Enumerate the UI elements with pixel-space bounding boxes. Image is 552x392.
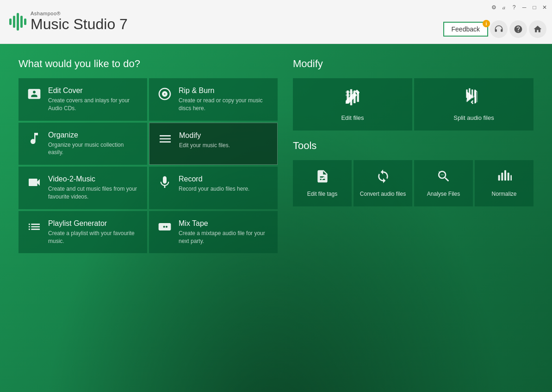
mix-tape-icon [156,219,173,237]
playlist-generator-icon [26,219,43,237]
edit-files-icon [343,87,362,110]
svg-rect-10 [469,88,470,99]
normalize-label: Normalize [491,191,516,198]
split-audio-label: Split audio files [453,114,494,121]
tool-card-analyse-files[interactable]: Analyse Files [414,160,473,206]
right-section: Modify Edit files [293,58,533,206]
menu-card-modify[interactable]: Modify Edit your music files. [149,123,278,165]
playlist-generator-title: Playlist Generator [48,219,140,228]
organize-desc: Organize your music collection easily. [48,141,140,157]
maximize-icon[interactable]: □ [531,4,538,11]
window-controls: ⚙ 𝑎 ? ─ □ ✕ [490,4,548,11]
svg-rect-2 [17,13,19,31]
mix-tape-desc: Create a mixtape audio file for your nex… [179,230,270,245]
organize-text: Organize Organize your music collection … [48,131,140,157]
organize-title: Organize [48,131,140,139]
svg-rect-3 [20,16,23,28]
record-icon [156,175,173,193]
menu-card-mix-tape[interactable]: Mix Tape Create a mixtape audio file for… [149,211,278,254]
feedback-badge: i [483,20,490,27]
tools-section-title: Tools [293,140,533,152]
svg-rect-16 [504,170,506,180]
headset-button[interactable] [490,20,508,38]
app-title: Ashampoo® Music Studio 7 [31,11,128,32]
record-title: Record [179,175,249,183]
tool-card-normalize[interactable]: Normalize [475,160,533,206]
playlist-generator-desc: Create a playlist with your favourite mu… [48,230,140,245]
mix-tape-text: Mix Tape Create a mixtape audio file for… [179,219,270,245]
svg-rect-0 [9,19,12,25]
edit-cover-text: Edit Cover Create covers and inlays for … [48,87,140,112]
svg-rect-11 [471,89,473,98]
modify-title: Modify [179,131,230,140]
main-content: What would you like to do? Edit Cover Cr… [0,44,552,392]
svg-rect-9 [466,89,467,98]
svg-rect-18 [510,175,512,180]
feedback-label: Feedback [452,25,480,33]
svg-rect-1 [13,16,15,28]
svg-rect-4 [24,19,26,25]
split-audio-icon [465,87,483,110]
user-icon[interactable]: 𝑎 [500,4,508,11]
menu-card-playlist-generator[interactable]: Playlist Generator Create a playlist wit… [19,211,147,254]
menu-card-record[interactable]: Record Record your audio files here. [149,167,278,209]
rip-burn-text: Rip & Burn Create or read or copy your m… [179,87,270,112]
edit-file-tags-icon [315,169,330,187]
app-logo-icon [7,10,31,33]
video-2-music-text: Video-2-Music Create and cut music files… [48,175,140,201]
title-bar-actions: Feedback i [443,20,546,38]
menu-card-video-2-music[interactable]: Video-2-Music Create and cut music files… [19,167,147,209]
normalize-icon [497,169,512,187]
record-text: Record Record your audio files here. [179,175,249,193]
convert-audio-label: Convert audio files [360,191,406,198]
analyse-files-label: Analyse Files [427,191,460,198]
question-button[interactable] [509,20,527,38]
convert-audio-icon [376,169,391,187]
tool-card-split-audio[interactable]: Split audio files [414,78,533,131]
modify-text: Modify Edit your music files. [179,131,230,149]
analyse-files-icon [436,169,451,187]
tools-grid: Edit file tags Convert audio files [293,160,533,206]
feedback-button[interactable]: Feedback i [443,22,488,37]
playlist-generator-text: Playlist Generator Create a playlist wit… [48,219,140,245]
record-desc: Record your audio files here. [179,185,249,193]
close-icon[interactable]: ✕ [541,4,548,11]
modify-icon [157,131,174,149]
organize-icon [26,131,43,149]
menu-card-organize[interactable]: Organize Organize your music collection … [19,123,147,165]
video-2-music-icon [26,175,43,193]
tool-card-edit-files[interactable]: Edit files [293,78,412,131]
left-section: What would you like to do? Edit Cover Cr… [19,58,278,253]
edit-cover-icon [26,87,43,105]
video-2-music-title: Video-2-Music [48,175,140,183]
rip-burn-title: Rip & Burn [179,87,270,95]
home-button[interactable] [529,20,546,38]
edit-file-tags-label: Edit file tags [307,191,337,198]
help-icon[interactable]: ? [510,4,518,11]
minimize-icon[interactable]: ─ [521,4,528,11]
menu-card-edit-cover[interactable]: Edit Cover Create covers and inlays for … [19,78,147,121]
modify-section-title: Modify [293,58,533,70]
rip-burn-icon [156,87,173,105]
app-name-large: Music Studio 7 [31,16,128,32]
edit-files-label: Edit files [341,114,364,121]
svg-rect-15 [501,173,503,180]
tool-card-convert-audio[interactable]: Convert audio files [354,160,412,206]
svg-rect-14 [498,175,500,180]
svg-rect-17 [507,173,509,180]
tool-card-edit-file-tags[interactable]: Edit file tags [293,160,352,206]
video-2-music-desc: Create and cut music files from your fav… [48,185,140,201]
rip-burn-desc: Create or read or copy your music discs … [179,97,270,112]
edit-cover-title: Edit Cover [48,87,140,95]
edit-cover-desc: Create covers and inlays for your Audio … [48,97,140,112]
modify-grid: Edit files [293,78,533,131]
left-section-title: What would you like to do? [19,58,278,70]
menu-grid: Edit Cover Create covers and inlays for … [19,78,278,253]
title-bar: ⚙ 𝑎 ? ─ □ ✕ Ashampoo® Music Studio 7 Fee… [0,0,552,44]
mix-tape-title: Mix Tape [179,219,270,228]
menu-card-rip-burn[interactable]: Rip & Burn Create or read or copy your m… [149,78,278,121]
modify-desc: Edit your music files. [179,142,230,149]
settings-icon[interactable]: ⚙ [490,4,497,11]
